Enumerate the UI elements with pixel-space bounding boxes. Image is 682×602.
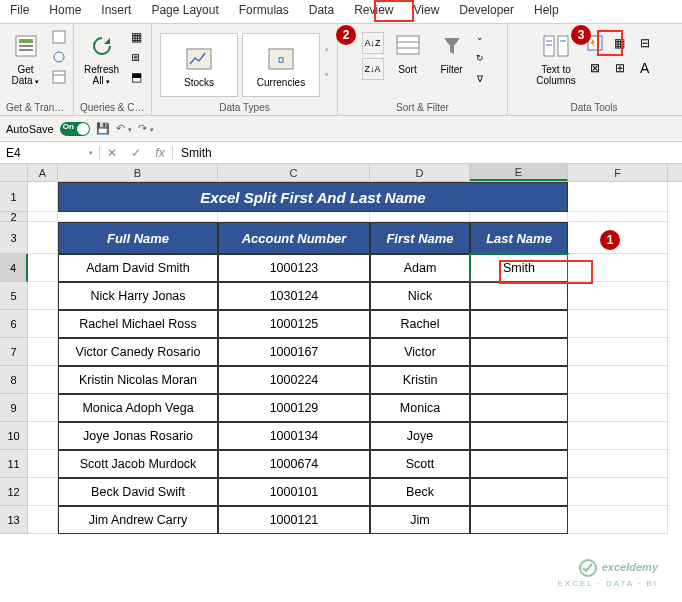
cell-e8[interactable] xyxy=(470,366,568,394)
formula-input[interactable]: Smith xyxy=(173,146,682,160)
save-icon[interactable]: 💾 xyxy=(96,122,110,135)
col-header-e[interactable]: E xyxy=(470,164,568,181)
fx-icon[interactable]: fx xyxy=(148,146,172,160)
cell-e5[interactable] xyxy=(470,282,568,310)
name-box[interactable]: E4▾ xyxy=(0,146,100,160)
properties-icon[interactable]: 🗉 xyxy=(127,48,145,66)
cell-a4[interactable] xyxy=(28,254,58,282)
cell-e13[interactable] xyxy=(470,506,568,534)
cell-a5[interactable] xyxy=(28,282,58,310)
cell-b9[interactable]: Monica Adoph Vega xyxy=(58,394,218,422)
cell-c10[interactable]: 1000134 xyxy=(218,422,370,450)
cell-e7[interactable] xyxy=(470,338,568,366)
row-header-6[interactable]: 6 xyxy=(0,310,28,338)
cell-e10[interactable] xyxy=(470,422,568,450)
cell-c13[interactable]: 1000121 xyxy=(218,506,370,534)
cell-f11[interactable] xyxy=(568,450,668,478)
queries-icon[interactable]: ▦ xyxy=(127,28,145,46)
tab-data[interactable]: Data xyxy=(299,0,344,23)
header-account[interactable]: Account Number xyxy=(218,222,370,254)
cell-c11[interactable]: 1000674 xyxy=(218,450,370,478)
cell-a3[interactable] xyxy=(28,222,58,254)
cell-b4[interactable]: Adam David Smith xyxy=(58,254,218,282)
undo-icon[interactable]: ↶ ▾ xyxy=(116,122,132,135)
row-header-1[interactable]: 1 xyxy=(0,182,28,212)
datatype-prev-icon[interactable]: ˄ xyxy=(324,47,329,58)
row-header-5[interactable]: 5 xyxy=(0,282,28,310)
tab-home[interactable]: Home xyxy=(39,0,91,23)
cell-d13[interactable]: Jim xyxy=(370,506,470,534)
filter-button[interactable]: Filter xyxy=(432,28,472,77)
title-cell[interactable]: Excel Split First And Last Name xyxy=(58,182,568,212)
cell-b2[interactable] xyxy=(58,212,218,222)
select-all-corner[interactable] xyxy=(0,164,28,181)
cell-f2[interactable] xyxy=(568,212,668,222)
cell-a2[interactable] xyxy=(28,212,58,222)
cell-d7[interactable]: Victor xyxy=(370,338,470,366)
cell-f6[interactable] xyxy=(568,310,668,338)
row-header-12[interactable]: 12 xyxy=(0,478,28,506)
cell-b5[interactable]: Nick Harry Jonas xyxy=(58,282,218,310)
from-text-icon[interactable] xyxy=(50,28,68,46)
consolidate-icon[interactable]: ⊟ xyxy=(634,32,656,54)
cell-b13[interactable]: Jim Andrew Carry xyxy=(58,506,218,534)
header-firstname[interactable]: First Name xyxy=(370,222,470,254)
cell-d9[interactable]: Monica xyxy=(370,394,470,422)
cell-e12[interactable] xyxy=(470,478,568,506)
cell-a11[interactable] xyxy=(28,450,58,478)
col-header-d[interactable]: D xyxy=(370,164,470,181)
cell-a6[interactable] xyxy=(28,310,58,338)
cell-c2[interactable] xyxy=(218,212,370,222)
cell-f10[interactable] xyxy=(568,422,668,450)
redo-icon[interactable]: ↷ ▾ xyxy=(138,122,154,135)
tab-file[interactable]: File xyxy=(0,0,39,23)
header-lastname[interactable]: Last Name xyxy=(470,222,568,254)
cell-d5[interactable]: Nick xyxy=(370,282,470,310)
row-header-4[interactable]: 4 xyxy=(0,254,28,282)
tab-developer[interactable]: Developer xyxy=(449,0,524,23)
col-header-f[interactable]: F xyxy=(568,164,668,181)
from-web-icon[interactable] xyxy=(50,48,68,66)
cell-b12[interactable]: Beck David Swift xyxy=(58,478,218,506)
cell-b11[interactable]: Scott Jacob Murdock xyxy=(58,450,218,478)
clear-filter-icon[interactable]: ⌄ xyxy=(476,28,484,46)
edit-links-icon[interactable]: ⬒ xyxy=(127,68,145,86)
from-table-icon[interactable] xyxy=(50,68,68,86)
row-header-8[interactable]: 8 xyxy=(0,366,28,394)
sort-asc-button[interactable]: A↓Z xyxy=(362,32,384,54)
tab-help[interactable]: Help xyxy=(524,0,569,23)
row-header-10[interactable]: 10 xyxy=(0,422,28,450)
data-validation-icon[interactable]: ⊠ xyxy=(584,57,606,79)
get-data-button[interactable]: GetData ▾ xyxy=(6,28,46,88)
tab-insert[interactable]: Insert xyxy=(91,0,141,23)
cell-c5[interactable]: 1030124 xyxy=(218,282,370,310)
cell-f8[interactable] xyxy=(568,366,668,394)
sort-button[interactable]: Sort xyxy=(388,28,428,77)
advanced-icon[interactable]: ∇ xyxy=(476,70,484,88)
manage-model-icon[interactable]: A xyxy=(634,57,656,79)
cell-f1[interactable] xyxy=(568,182,668,212)
cell-a10[interactable] xyxy=(28,422,58,450)
tab-formulas[interactable]: Formulas xyxy=(229,0,299,23)
cell-a12[interactable] xyxy=(28,478,58,506)
cell-c4[interactable]: 1000123 xyxy=(218,254,370,282)
accept-formula-icon[interactable]: ✓ xyxy=(124,146,148,160)
cell-f9[interactable] xyxy=(568,394,668,422)
cell-c12[interactable]: 1000101 xyxy=(218,478,370,506)
row-header-13[interactable]: 13 xyxy=(0,506,28,534)
cell-d4[interactable]: Adam xyxy=(370,254,470,282)
cell-d10[interactable]: Joye xyxy=(370,422,470,450)
cell-d2[interactable] xyxy=(370,212,470,222)
cell-d6[interactable]: Rachel xyxy=(370,310,470,338)
namebox-dropdown-icon[interactable]: ▾ xyxy=(89,149,93,156)
cell-d12[interactable]: Beck xyxy=(370,478,470,506)
sort-desc-button[interactable]: Z↓A xyxy=(362,58,384,80)
cell-b7[interactable]: Victor Canedy Rosario xyxy=(58,338,218,366)
row-header-3[interactable]: 3 xyxy=(0,222,28,254)
cell-e11[interactable] xyxy=(470,450,568,478)
cell-c9[interactable]: 1000129 xyxy=(218,394,370,422)
autosave-toggle[interactable]: On xyxy=(60,122,90,136)
currencies-button[interactable]: ¤ Currencies xyxy=(242,33,320,97)
tab-page-layout[interactable]: Page Layout xyxy=(141,0,228,23)
col-header-c[interactable]: C xyxy=(218,164,370,181)
